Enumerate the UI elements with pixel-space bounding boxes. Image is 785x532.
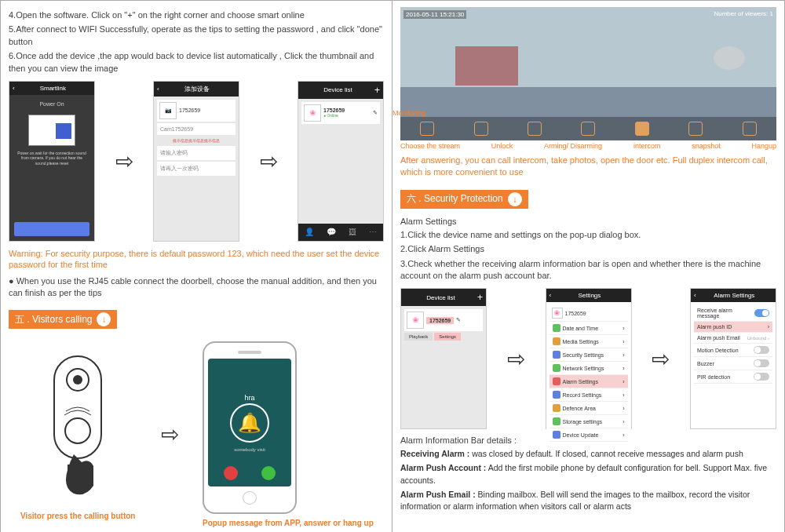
item-storage[interactable]: Storage settings› <box>550 415 628 428</box>
caller-subtitle: somebody visit <box>234 447 265 452</box>
edit-icon[interactable]: ✎ <box>373 110 378 116</box>
device-thumbnail[interactable]: 🌸 <box>304 104 321 122</box>
screen-alarm-settings: ‹Alarm Settings Receive alarm message Al… <box>690 288 776 429</box>
alarm-receive[interactable]: Receive alarm message <box>694 305 772 322</box>
arrow-icon: ⇨ <box>112 148 137 174</box>
label-snapshot: snapshot <box>692 142 721 150</box>
tab-more-icon[interactable]: ⋯ <box>369 228 377 236</box>
power-tip: Power on,wait for the connection sound f… <box>13 151 91 166</box>
power-on-label: Power On <box>13 101 91 107</box>
speaker-icon[interactable] <box>581 122 595 136</box>
label-monitoring: Monitoring <box>392 109 425 117</box>
snapshot-icon[interactable] <box>688 122 703 136</box>
bell-icon: 🔔 <box>230 403 269 443</box>
item-update[interactable]: Device Update› <box>550 428 628 442</box>
stream-icon[interactable] <box>420 122 434 136</box>
tab-contact-icon[interactable]: 👤 <box>305 228 314 236</box>
label-stream: Choose the stream <box>400 142 460 150</box>
hangup-button[interactable] <box>224 466 238 480</box>
caption-press-button: Visitor press the calling button <box>19 512 137 520</box>
section-5-title: 五 . Visitors calling <box>15 313 92 326</box>
screen-settings: ‹Settings 🌸1752659 Date and Time› Media … <box>546 288 632 429</box>
device-name-input[interactable]: Cam1752659 <box>157 123 236 135</box>
device-list-id: 1752659 <box>323 107 371 113</box>
screen-device-list: Device list+ 🌸 1752659● Online ✎ 👤 💬 🖼 ⋯ <box>298 81 384 242</box>
alarm-step-1: 1.Click the device name and settings on … <box>400 229 776 241</box>
unlock-icon[interactable] <box>528 122 542 136</box>
plus-icon[interactable]: + <box>374 85 380 96</box>
alarm-push-email[interactable]: Alarm push EmailUnbound › <box>694 333 772 344</box>
svg-point-2 <box>73 375 82 384</box>
screen2-title: 添加设备 <box>184 85 210 93</box>
item-media[interactable]: Media Settings› <box>550 335 628 348</box>
s3-title: Alarm Settings <box>714 292 754 299</box>
tab-message-icon[interactable]: 💬 <box>327 228 336 236</box>
phone-popup: hra 🔔 somebody visit <box>203 341 297 514</box>
screen-smartlink: ‹Smartlink Power On Power on,wait for th… <box>9 81 95 242</box>
arrow-icon: ⇨ <box>158 421 182 447</box>
visitors-row: Visitor press the calling button ⇨ hra 🔔… <box>9 341 384 527</box>
detail-push-email: Alarm Push Email : Binding mailbox. Bell… <box>400 489 776 514</box>
next-button[interactable] <box>14 222 89 236</box>
device-id: 1752659 <box>179 107 200 113</box>
answer-button[interactable] <box>261 466 276 480</box>
alarm-buzzer[interactable]: Buzzer <box>694 357 772 370</box>
tab-image-icon[interactable]: 🖼 <box>349 228 356 236</box>
item-datetime[interactable]: Date and Time› <box>550 322 628 335</box>
popup-settings[interactable]: Settings <box>434 333 461 341</box>
alarm-step-2: 2.Click Alarm Settings <box>400 243 776 255</box>
label-arming: Arming/ Disarming <box>544 142 602 150</box>
svg-point-3 <box>65 418 90 443</box>
screenshots-row-1: ‹Smartlink Power On Power on,wait for th… <box>9 81 384 242</box>
item-record[interactable]: Record Settings› <box>550 388 628 402</box>
right-column: 2016-05-11 15:21:30 Number of viewers: 1… <box>392 0 785 532</box>
screen1-title: Smartlink <box>40 85 66 92</box>
screenshots-row-2: Device list+ 🌸 1752659 ✎ Playback Settin… <box>400 288 776 429</box>
label-hangup: Hangup <box>751 142 776 150</box>
hangup-icon[interactable] <box>743 122 757 136</box>
detail-receiving: Receiving Alarm : was closed by default.… <box>400 448 776 461</box>
screen-device-popup: Device list+ 🌸 1752659 ✎ Playback Settin… <box>400 288 487 429</box>
rj45-note: ● When you use the RJ45 cable connect th… <box>9 275 384 300</box>
arrow-icon: ⇨ <box>504 346 528 372</box>
password-input[interactable]: 请输入密码 <box>157 146 236 160</box>
item-security[interactable]: Security Settings› <box>550 348 628 362</box>
warning-text: Warning: For security purpose, there is … <box>9 248 384 271</box>
label-unlock: Unlock <box>491 142 513 150</box>
camera-timestamp: 2016-05-11 15:21:30 <box>403 10 466 19</box>
section-6-title: 六 . Security Protection <box>407 192 503 206</box>
alarm-pir[interactable]: PIR detection <box>694 370 772 384</box>
alarm-step-3: 3.Check whether the receiving alarm info… <box>400 258 776 282</box>
viewer-count: Number of viewers: 1 <box>714 10 773 17</box>
label-intercom: intercom <box>633 142 661 150</box>
screen-add-device: ‹添加设备 📷1752659 Cam1752659 提示信息提示信息提示信息 请… <box>153 81 239 242</box>
alarm-push-id[interactable]: Alarm push ID› <box>694 322 772 333</box>
s1-title: Device list <box>426 294 455 301</box>
step-6: 6.Once add the device ,the app would bac… <box>9 50 384 75</box>
caller-name: hra <box>244 394 254 402</box>
arrow-icon: ⇨ <box>648 346 673 372</box>
after-answer-text: After answering, you can call intercom, … <box>400 155 776 179</box>
detail-push-account: Alarm Push Account : Add the first mobil… <box>400 462 776 487</box>
down-arrow-icon: ↓ <box>508 192 522 206</box>
screen3-title: Device list <box>323 86 352 93</box>
item-defence[interactable]: Defence Area› <box>550 402 628 415</box>
item-network[interactable]: Network Settings› <box>550 362 628 375</box>
down-arrow-icon: ↓ <box>97 312 111 326</box>
step-4: 4.Open the software. Click on "+" on the… <box>9 9 384 21</box>
caption-popup: Popup message from APP, answer or hang u… <box>203 519 374 527</box>
doorbell-illustration <box>19 348 137 505</box>
arrow-icon: ⇨ <box>257 148 281 174</box>
alarm-settings-title: Alarm Settings <box>400 217 776 226</box>
alarm-motion[interactable]: Motion Detection <box>694 344 772 357</box>
popup-device-id[interactable]: 1752659 <box>426 317 454 324</box>
confirm-input[interactable]: 请再入一次密码 <box>157 162 236 176</box>
popup-playback[interactable]: Playback <box>404 333 433 341</box>
step-5: 5.After connect to WIFI Successfully, op… <box>9 24 384 48</box>
mic-icon[interactable] <box>635 122 649 136</box>
camera-live-view: 2016-05-11 15:21:30 Number of viewers: 1… <box>400 7 776 140</box>
monitor-icon[interactable] <box>474 122 488 136</box>
item-alarm[interactable]: Alarm Settings› <box>550 375 628 388</box>
section-5-header: 五 . Visitors calling ↓ <box>9 310 117 329</box>
s2-title: Settings <box>578 292 601 299</box>
